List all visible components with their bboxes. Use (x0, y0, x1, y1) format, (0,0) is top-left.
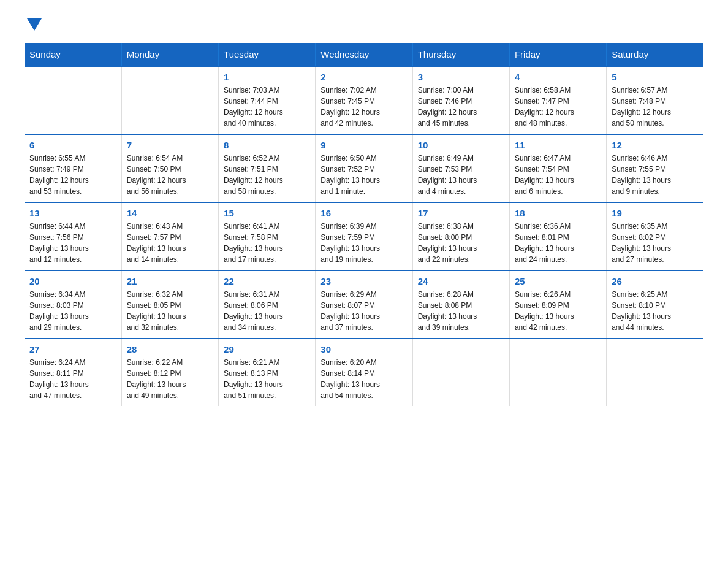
day-info: Sunrise: 6:43 AM Sunset: 7:57 PM Dayligh… (127, 221, 213, 265)
calendar-cell (25, 66, 121, 134)
day-info: Sunrise: 6:49 AM Sunset: 7:53 PM Dayligh… (418, 153, 504, 197)
day-number: 14 (127, 208, 213, 218)
day-number: 8 (224, 140, 310, 150)
calendar-cell: 17Sunrise: 6:38 AM Sunset: 8:00 PM Dayli… (412, 202, 509, 270)
calendar-cell: 22Sunrise: 6:31 AM Sunset: 8:06 PM Dayli… (219, 270, 316, 339)
calendar-cell: 26Sunrise: 6:25 AM Sunset: 8:10 PM Dayli… (607, 270, 703, 339)
calendar-cell: 2Sunrise: 7:02 AM Sunset: 7:45 PM Daylig… (316, 66, 412, 134)
day-info: Sunrise: 6:31 AM Sunset: 8:06 PM Dayligh… (224, 289, 310, 333)
day-info: Sunrise: 6:39 AM Sunset: 7:59 PM Dayligh… (320, 221, 407, 265)
day-info: Sunrise: 6:24 AM Sunset: 8:11 PM Dayligh… (29, 357, 116, 401)
day-number: 15 (224, 208, 310, 218)
calendar-week-row: 6Sunrise: 6:55 AM Sunset: 7:49 PM Daylig… (25, 134, 703, 202)
days-of-week-row: SundayMondayTuesdayWednesdayThursdayFrid… (25, 43, 703, 66)
calendar-cell (412, 339, 509, 406)
day-info: Sunrise: 6:36 AM Sunset: 8:01 PM Dayligh… (515, 221, 601, 265)
day-number: 24 (418, 276, 504, 286)
calendar-cell (509, 339, 606, 406)
calendar-cell: 4Sunrise: 6:58 AM Sunset: 7:47 PM Daylig… (509, 66, 606, 134)
calendar-cell: 8Sunrise: 6:52 AM Sunset: 7:51 PM Daylig… (219, 134, 316, 202)
logo-triangle-icon (27, 18, 42, 31)
calendar-cell (121, 66, 218, 134)
day-number: 10 (418, 140, 504, 150)
calendar-cell: 30Sunrise: 6:20 AM Sunset: 8:14 PM Dayli… (316, 339, 412, 406)
calendar-cell: 13Sunrise: 6:44 AM Sunset: 7:56 PM Dayli… (25, 202, 121, 270)
day-of-week-header: Saturday (607, 43, 703, 66)
day-info: Sunrise: 6:22 AM Sunset: 8:12 PM Dayligh… (127, 357, 213, 401)
day-info: Sunrise: 6:26 AM Sunset: 8:09 PM Dayligh… (515, 289, 601, 333)
calendar-cell: 1Sunrise: 7:03 AM Sunset: 7:44 PM Daylig… (219, 66, 316, 134)
calendar-cell: 21Sunrise: 6:32 AM Sunset: 8:05 PM Dayli… (121, 270, 218, 339)
calendar-cell (607, 339, 703, 406)
day-info: Sunrise: 6:34 AM Sunset: 8:03 PM Dayligh… (29, 289, 116, 333)
day-of-week-header: Friday (509, 43, 606, 66)
day-number: 28 (127, 344, 213, 354)
calendar-cell: 29Sunrise: 6:21 AM Sunset: 8:13 PM Dayli… (219, 339, 316, 406)
day-of-week-header: Sunday (25, 43, 121, 66)
calendar-cell: 5Sunrise: 6:57 AM Sunset: 7:48 PM Daylig… (607, 66, 703, 134)
calendar-week-row: 1Sunrise: 7:03 AM Sunset: 7:44 PM Daylig… (25, 66, 703, 134)
calendar-cell: 28Sunrise: 6:22 AM Sunset: 8:12 PM Dayli… (121, 339, 218, 406)
calendar-cell: 10Sunrise: 6:49 AM Sunset: 7:53 PM Dayli… (412, 134, 509, 202)
day-of-week-header: Tuesday (219, 43, 316, 66)
logo (25, 18, 42, 32)
calendar-cell: 15Sunrise: 6:41 AM Sunset: 7:58 PM Dayli… (219, 202, 316, 270)
calendar-cell: 11Sunrise: 6:47 AM Sunset: 7:54 PM Dayli… (509, 134, 606, 202)
calendar-cell: 25Sunrise: 6:26 AM Sunset: 8:09 PM Dayli… (509, 270, 606, 339)
day-number: 9 (320, 140, 407, 150)
day-info: Sunrise: 6:57 AM Sunset: 7:48 PM Dayligh… (612, 85, 699, 129)
day-number: 30 (320, 344, 407, 354)
day-info: Sunrise: 6:58 AM Sunset: 7:47 PM Dayligh… (515, 85, 601, 129)
calendar-table: SundayMondayTuesdayWednesdayThursdayFrid… (25, 43, 703, 406)
day-info: Sunrise: 6:55 AM Sunset: 7:49 PM Dayligh… (29, 153, 116, 197)
day-number: 18 (515, 208, 601, 218)
day-number: 29 (224, 344, 310, 354)
day-number: 4 (515, 72, 601, 82)
day-number: 5 (612, 72, 699, 82)
day-info: Sunrise: 6:54 AM Sunset: 7:50 PM Dayligh… (127, 153, 213, 197)
day-info: Sunrise: 6:38 AM Sunset: 8:00 PM Dayligh… (418, 221, 504, 265)
day-info: Sunrise: 6:50 AM Sunset: 7:52 PM Dayligh… (320, 153, 407, 197)
day-info: Sunrise: 6:32 AM Sunset: 8:05 PM Dayligh… (127, 289, 213, 333)
day-number: 7 (127, 140, 213, 150)
day-info: Sunrise: 6:25 AM Sunset: 8:10 PM Dayligh… (612, 289, 699, 333)
day-info: Sunrise: 6:52 AM Sunset: 7:51 PM Dayligh… (224, 153, 310, 197)
day-number: 16 (320, 208, 407, 218)
day-info: Sunrise: 6:29 AM Sunset: 8:07 PM Dayligh… (320, 289, 407, 333)
day-number: 17 (418, 208, 504, 218)
calendar-cell: 20Sunrise: 6:34 AM Sunset: 8:03 PM Dayli… (25, 270, 121, 339)
day-info: Sunrise: 6:35 AM Sunset: 8:02 PM Dayligh… (612, 221, 699, 265)
calendar-cell: 3Sunrise: 7:00 AM Sunset: 7:46 PM Daylig… (412, 66, 509, 134)
day-number: 20 (29, 276, 116, 286)
day-info: Sunrise: 6:46 AM Sunset: 7:55 PM Dayligh… (612, 153, 699, 197)
calendar-cell: 6Sunrise: 6:55 AM Sunset: 7:49 PM Daylig… (25, 134, 121, 202)
day-info: Sunrise: 6:28 AM Sunset: 8:08 PM Dayligh… (418, 289, 504, 333)
day-number: 27 (29, 344, 116, 354)
day-number: 19 (612, 208, 699, 218)
day-info: Sunrise: 7:00 AM Sunset: 7:46 PM Dayligh… (418, 85, 504, 129)
calendar-cell: 9Sunrise: 6:50 AM Sunset: 7:52 PM Daylig… (316, 134, 412, 202)
calendar-week-row: 27Sunrise: 6:24 AM Sunset: 8:11 PM Dayli… (25, 339, 703, 406)
day-number: 3 (418, 72, 504, 82)
day-info: Sunrise: 6:20 AM Sunset: 8:14 PM Dayligh… (320, 357, 407, 401)
calendar-cell: 12Sunrise: 6:46 AM Sunset: 7:55 PM Dayli… (607, 134, 703, 202)
calendar-cell: 7Sunrise: 6:54 AM Sunset: 7:50 PM Daylig… (121, 134, 218, 202)
day-of-week-header: Thursday (412, 43, 509, 66)
day-number: 21 (127, 276, 213, 286)
day-number: 12 (612, 140, 699, 150)
day-number: 2 (320, 72, 407, 82)
day-number: 22 (224, 276, 310, 286)
day-number: 1 (224, 72, 310, 82)
day-info: Sunrise: 6:44 AM Sunset: 7:56 PM Dayligh… (29, 221, 116, 265)
day-of-week-header: Monday (121, 43, 218, 66)
day-number: 23 (320, 276, 407, 286)
day-info: Sunrise: 6:47 AM Sunset: 7:54 PM Dayligh… (515, 153, 601, 197)
day-number: 26 (612, 276, 699, 286)
calendar-cell: 24Sunrise: 6:28 AM Sunset: 8:08 PM Dayli… (412, 270, 509, 339)
header (25, 18, 703, 32)
day-number: 6 (29, 140, 116, 150)
calendar-week-row: 20Sunrise: 6:34 AM Sunset: 8:03 PM Dayli… (25, 270, 703, 339)
calendar-cell: 16Sunrise: 6:39 AM Sunset: 7:59 PM Dayli… (316, 202, 412, 270)
calendar-week-row: 13Sunrise: 6:44 AM Sunset: 7:56 PM Dayli… (25, 202, 703, 270)
calendar-cell: 14Sunrise: 6:43 AM Sunset: 7:57 PM Dayli… (121, 202, 218, 270)
